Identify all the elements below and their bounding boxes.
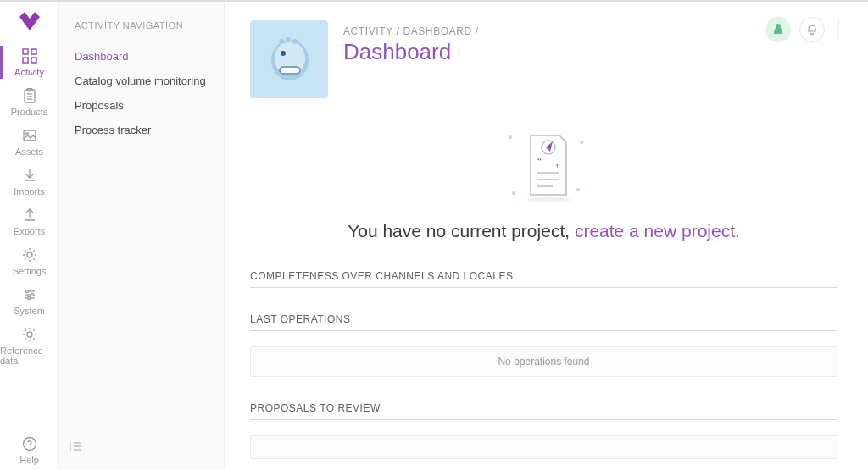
rail-label: Settings (13, 266, 47, 276)
svg-point-27 (286, 37, 291, 42)
rail-item-assets[interactable]: Assets (0, 122, 58, 162)
svg-point-39 (526, 197, 570, 202)
rail-item-reference-data[interactable]: Reference data (0, 321, 58, 371)
image-icon (21, 127, 38, 144)
sidebar-title: ACTIVITY NAVIGATION (75, 20, 209, 30)
gear-icon (21, 246, 38, 263)
svg-rect-1 (31, 49, 36, 54)
empty-project-block: “ ” You have no current project, create … (250, 122, 837, 241)
app-logo[interactable] (17, 10, 42, 32)
document-illustration: “ ” (493, 122, 595, 209)
sliders-icon (21, 286, 38, 303)
svg-rect-0 (23, 49, 28, 54)
page-title: Dashboard (343, 39, 479, 65)
rail-label: System (14, 306, 45, 316)
svg-point-15 (31, 294, 33, 296)
bell-icon (806, 23, 818, 37)
svg-point-11 (27, 252, 32, 257)
empty-prefix: You have no current project, (348, 221, 575, 241)
sidebar-item-process-tracker[interactable]: Process tracker (75, 118, 209, 142)
rail-item-help[interactable]: Help (0, 430, 58, 470)
section-proposals: PROPOSALS TO REVIEW (250, 402, 837, 459)
sidebar-item-dashboard[interactable]: Dashboard (75, 44, 209, 69)
top-bar (765, 17, 839, 42)
sidebar-item-proposals[interactable]: Proposals (75, 93, 209, 118)
section-operations: LAST OPERATIONS No operations found (250, 313, 837, 377)
section-title-proposals: PROPOSALS TO REVIEW (250, 402, 837, 420)
rail-item-activity[interactable]: Activity (0, 42, 58, 82)
breadcrumb: ACTIVITY / DASHBOARD / (343, 25, 479, 37)
svg-point-17 (27, 297, 30, 300)
main-content: ACTIVITY / DASHBOARD / Dashboard “ ” (225, 2, 868, 470)
svg-point-32 (576, 188, 580, 191)
svg-point-19 (23, 438, 36, 451)
empty-project-text: You have no current project, create a ne… (250, 221, 837, 241)
notifications-button[interactable] (799, 17, 825, 42)
rail-item-settings[interactable]: Settings (0, 241, 58, 281)
svg-rect-3 (31, 58, 36, 63)
gear-icon (21, 326, 38, 343)
header-illustration (250, 20, 328, 98)
svg-point-29 (509, 135, 512, 139)
svg-point-28 (292, 39, 298, 44)
rail-item-products[interactable]: Products (0, 82, 58, 122)
collapse-sidebar-button[interactable] (70, 440, 83, 455)
clipboard-icon (21, 87, 38, 104)
svg-point-26 (279, 39, 284, 44)
rail-label: Products (11, 107, 47, 117)
svg-point-24 (281, 51, 286, 56)
svg-point-21 (776, 24, 781, 29)
upload-icon (21, 207, 38, 224)
section-completeness: COMPLETENESS OVER CHANNELS AND LOCALES (250, 270, 837, 288)
grid-icon (21, 47, 38, 64)
proposals-empty (250, 435, 837, 459)
svg-point-30 (580, 141, 583, 144)
svg-point-18 (27, 332, 32, 337)
svg-point-13 (25, 290, 28, 293)
operations-empty: No operations found (250, 346, 837, 377)
svg-rect-25 (280, 67, 300, 74)
svg-text:“: “ (537, 155, 542, 169)
rail-label: Activity (14, 67, 44, 77)
rail-label: Reference data (0, 346, 58, 366)
rail-item-imports[interactable]: Imports (0, 162, 58, 202)
primary-nav: Activity Products Assets (0, 2, 59, 470)
rail-item-system[interactable]: System (0, 281, 58, 321)
rail-label: Exports (14, 226, 45, 236)
create-project-link[interactable]: create a new project. (575, 221, 740, 241)
sidebar-item-catalog-volume[interactable]: Catalog volume monitoring (75, 69, 209, 93)
svg-point-10 (25, 133, 28, 135)
activity-sidebar: ACTIVITY NAVIGATION Dashboard Catalog vo… (59, 2, 225, 470)
rail-label: Help (19, 455, 39, 465)
download-icon (21, 167, 38, 184)
svg-point-31 (512, 191, 515, 195)
avatar[interactable] (765, 17, 791, 42)
section-title-operations: LAST OPERATIONS (250, 313, 837, 331)
help-icon (21, 435, 38, 452)
section-title-completeness: COMPLETENESS OVER CHANNELS AND LOCALES (250, 270, 837, 288)
separator (838, 18, 839, 41)
rail-label: Imports (14, 186, 45, 196)
svg-rect-2 (23, 58, 28, 63)
rail-label: Assets (15, 147, 43, 157)
rail-item-exports[interactable]: Exports (0, 202, 58, 241)
